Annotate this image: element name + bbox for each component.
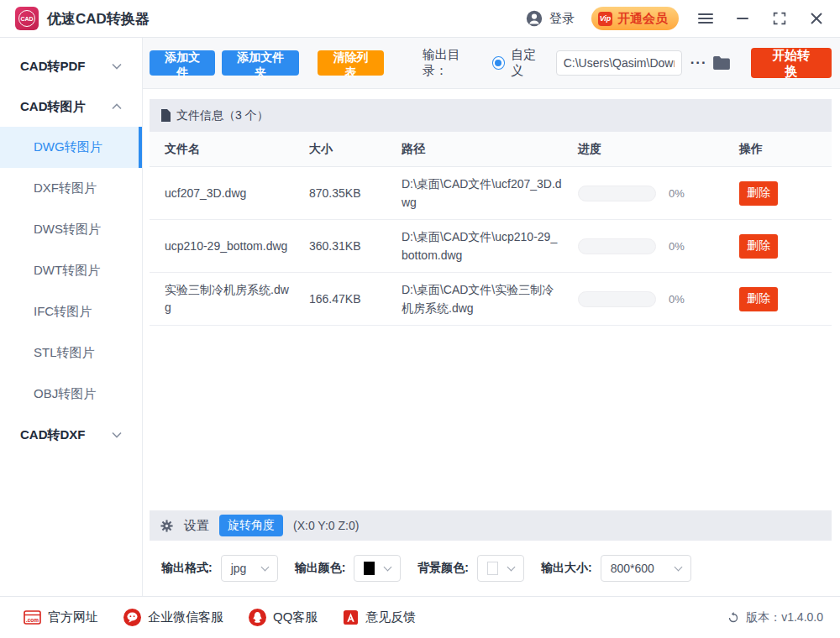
sidebar-item-label: DWG转图片 — [34, 139, 102, 155]
file-table: 文件名 大小 路径 进度 操作 ucf207_3D.dwg 870.35KB D… — [150, 132, 832, 326]
output-format-label: 输出格式: — [161, 561, 213, 576]
app-logo-icon: CAD — [15, 7, 39, 30]
open-folder-button[interactable] — [712, 55, 731, 71]
output-options-bar: 输出格式: jpg 输出颜色: 背景颜色: 输出大小: 800*600 — [143, 541, 840, 596]
sidebar-group-cad-to-pdf[interactable]: CAD转PDF — [0, 46, 142, 86]
footer-link-label: 企业微信客服 — [148, 609, 223, 625]
sidebar-group-label: CAD转PDF — [20, 59, 86, 75]
start-convert-button[interactable]: 开始转换 — [751, 48, 832, 78]
table-row: ucf207_3D.dwg 870.35KB D:\桌面\CAD文件\ucf20… — [150, 167, 832, 220]
rotation-xyz-value: (X:0 Y:0 Z:0) — [293, 519, 359, 532]
sidebar-group-label: CAD转图片 — [20, 99, 86, 115]
feedback-icon — [343, 609, 359, 625]
background-color-label: 背景颜色: — [417, 561, 469, 576]
progress-bar — [578, 186, 656, 201]
column-header-progress: 进度 — [578, 142, 739, 157]
qq-support-link[interactable]: QQ客服 — [249, 609, 318, 626]
add-file-button[interactable]: 添加文件 — [150, 50, 215, 76]
vip-button-label: 开通会员 — [617, 11, 668, 27]
progress-percent: 0% — [669, 240, 685, 253]
output-format-select[interactable]: jpg — [221, 555, 278, 582]
output-size-label: 输出大小: — [541, 561, 592, 576]
sidebar-item-label: STL转图片 — [34, 345, 95, 361]
sidebar-group-cad-to-image[interactable]: CAD转图片 — [0, 86, 142, 127]
maximize-button[interactable] — [769, 8, 790, 29]
output-size-select[interactable]: 800*600 — [601, 555, 691, 582]
login-button[interactable]: 登录 — [525, 9, 575, 28]
table-header-row: 文件名 大小 路径 进度 操作 — [150, 132, 832, 167]
delete-button[interactable]: 删除 — [739, 234, 778, 259]
custom-dir-radio[interactable]: 自定义 — [492, 47, 548, 79]
user-icon — [525, 9, 543, 28]
file-info-title: 文件信息（3 个） — [176, 108, 269, 123]
sidebar-item-dws-to-image[interactable]: DWS转图片 — [0, 209, 142, 250]
footer-link-label: 意见反馈 — [365, 609, 416, 625]
output-format-value: jpg — [231, 562, 247, 575]
sidebar-item-dxf-to-image[interactable]: DXF转图片 — [0, 168, 142, 209]
vip-badge-icon: Vip — [598, 12, 612, 26]
file-name: ucf207_3D.dwg — [165, 185, 309, 202]
footer: .com 官方网址 企业微信客服 QQ客服 意见反馈 版本：v1.4 — [0, 596, 840, 638]
sidebar-item-dwt-to-image[interactable]: DWT转图片 — [0, 250, 142, 291]
file-icon — [160, 109, 171, 122]
sidebar-item-ifc-to-image[interactable]: IFC转图片 — [0, 291, 142, 332]
maximize-icon — [773, 12, 786, 25]
column-header-action: 操作 — [739, 142, 832, 157]
chevron-up-icon — [112, 103, 122, 110]
svg-text:.com: .com — [26, 616, 39, 622]
file-size: 870.35KB — [309, 186, 402, 200]
progress-bar — [578, 291, 656, 307]
minimize-button[interactable] — [732, 8, 753, 29]
table-row: 实验三制冷机房系统.dwg 166.47KB D:\桌面\CAD文件\实验三制冷… — [150, 273, 832, 326]
titlebar: CAD 优速CAD转换器 登录 Vip 开通会员 — [0, 0, 840, 38]
official-website-link[interactable]: .com 官方网址 — [24, 609, 98, 625]
background-color-select[interactable] — [477, 555, 524, 582]
add-folder-button[interactable]: 添加文件夹 — [222, 50, 299, 76]
chevron-down-icon — [260, 563, 269, 572]
wechat-support-link[interactable]: 企业微信客服 — [123, 609, 223, 626]
progress-bar — [578, 238, 656, 254]
login-label: 登录 — [549, 11, 575, 27]
file-name: 实验三制冷机房系统.dwg — [165, 281, 309, 316]
radio-selected-icon — [492, 56, 506, 70]
file-path: D:\桌面\CAD文件\ucf207_3D.dwg — [402, 175, 578, 212]
output-path-input[interactable] — [556, 50, 682, 76]
chevron-down-icon — [112, 431, 122, 438]
chevron-down-icon — [507, 563, 516, 572]
file-info-header: 文件信息（3 个） — [150, 99, 832, 132]
rotate-angle-button[interactable]: 旋转角度 — [219, 515, 283, 536]
close-button[interactable] — [806, 8, 827, 29]
file-name: ucp210-29_bottom.dwg — [165, 238, 309, 255]
sidebar-group-cad-to-dxf[interactable]: CAD转DXF — [0, 415, 142, 455]
feedback-link[interactable]: 意见反馈 — [343, 609, 416, 625]
chevron-down-icon — [674, 563, 682, 572]
file-path: D:\桌面\CAD文件\实验三制冷机房系统.dwg — [402, 280, 578, 317]
progress-percent: 0% — [669, 187, 685, 200]
file-path: D:\桌面\CAD文件\ucp210-29_bottom.dwg — [402, 227, 578, 264]
output-color-select[interactable] — [354, 555, 401, 582]
empty-file-area — [143, 326, 840, 510]
delete-button[interactable]: 删除 — [739, 181, 778, 206]
sidebar-item-obj-to-image[interactable]: OBJ转图片 — [0, 374, 142, 415]
toolbar: 添加文件 添加文件夹 清除列表 输出目录： 自定义 ··· 开始转换 — [143, 38, 840, 89]
version-text: 版本：v1.4.0.0 — [746, 610, 823, 625]
white-color-swatch — [487, 562, 498, 575]
browse-more-button[interactable]: ··· — [690, 55, 707, 71]
column-header-path: 路径 — [402, 142, 578, 157]
sidebar-item-label: DWS转图片 — [34, 222, 101, 238]
sidebar-item-label: DWT转图片 — [34, 263, 100, 279]
sidebar-group-label: CAD转DXF — [20, 427, 86, 443]
delete-button[interactable]: 删除 — [739, 287, 778, 311]
sidebar-item-label: IFC转图片 — [34, 304, 92, 320]
sidebar-item-stl-to-image[interactable]: STL转图片 — [0, 332, 142, 374]
output-size-value: 800*600 — [611, 562, 654, 575]
menu-button[interactable] — [696, 8, 716, 29]
website-com-icon: .com — [24, 610, 41, 625]
clear-list-button[interactable]: 清除列表 — [318, 50, 383, 76]
vip-membership-button[interactable]: Vip 开通会员 — [591, 7, 679, 30]
folder-icon — [712, 55, 731, 71]
footer-link-label: QQ客服 — [273, 609, 318, 625]
chevron-down-icon — [112, 63, 122, 70]
sidebar-item-label: OBJ转图片 — [34, 386, 96, 402]
sidebar-item-dwg-to-image[interactable]: DWG转图片 — [0, 127, 142, 168]
